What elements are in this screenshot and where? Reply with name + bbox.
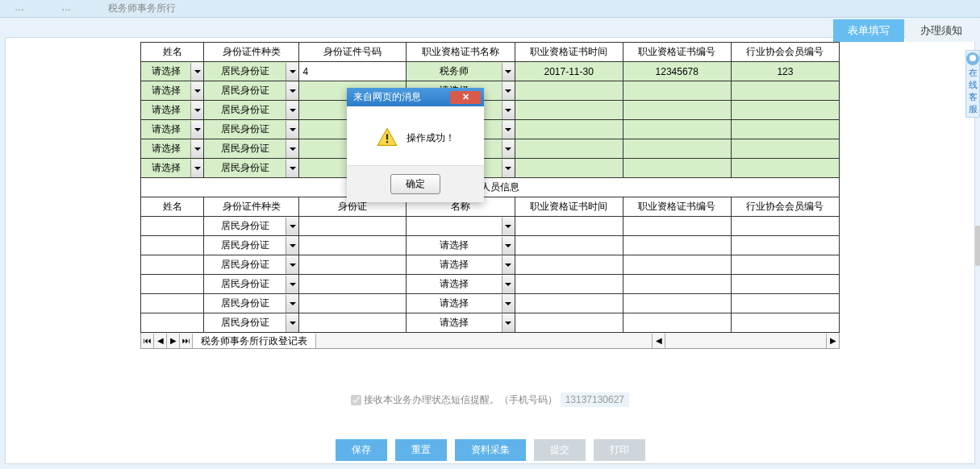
th-cert-no: 职业资格证书编号: [623, 43, 731, 62]
table-row: 居民身份证 请选择: [141, 275, 840, 294]
collect-button[interactable]: 资料采集: [455, 439, 526, 461]
top-tab-1[interactable]: …: [8, 0, 31, 17]
cert-time-cell[interactable]: 2017-11-30: [515, 62, 623, 81]
action-bar: 保存 重置 资料采集 提交 打印: [6, 439, 974, 461]
top-tab-3[interactable]: 税务师事务所行: [102, 0, 182, 17]
dropdown-icon[interactable]: [286, 237, 298, 255]
dropdown-icon[interactable]: [286, 295, 298, 313]
section-2-title: 资格人员信息: [141, 178, 840, 197]
dropdown-icon[interactable]: [286, 121, 298, 139]
dropdown-icon[interactable]: [286, 140, 298, 158]
section-2-title-row: 资格人员信息: [141, 178, 840, 197]
dropdown-icon[interactable]: [286, 102, 298, 119]
dropdown-icon[interactable]: [286, 63, 298, 81]
sms-phone[interactable]: 13137130627: [561, 392, 629, 407]
certname-select: 税务师: [407, 63, 501, 80]
dropdown-icon[interactable]: [286, 314, 298, 332]
close-icon[interactable]: ✕: [450, 91, 481, 104]
dropdown-icon[interactable]: [190, 102, 203, 119]
scrollbar-thumb[interactable]: [975, 226, 980, 266]
id-no-cell[interactable]: 4: [299, 62, 407, 81]
svg-rect-1: [386, 141, 388, 143]
sms-row: 接收本业务办理状态短信提醒。（手机号码） 13137130627: [6, 393, 974, 407]
print-button: 打印: [594, 439, 645, 461]
table-row: 居民身份证 请选择: [141, 294, 840, 313]
th-cert-name: 职业资格证书名称: [407, 43, 515, 62]
agent-icon: [966, 52, 979, 65]
dropdown-icon[interactable]: [286, 256, 298, 274]
th-id-type: 身份证件种类: [204, 43, 299, 62]
tab-form-fill[interactable]: 表单填写: [833, 19, 904, 42]
table-row: 居民身份证 请选择: [141, 313, 840, 333]
dropdown-icon[interactable]: [502, 256, 515, 274]
dropdown-icon[interactable]: [502, 237, 515, 255]
th-name: 姓名: [141, 43, 204, 62]
top-tab-2[interactable]: …: [55, 0, 77, 17]
table-row: 请选择 居民身份证: [141, 139, 840, 159]
table-row: 请选择 居民身份证 4 税务师 2017-11-30 12345678 123: [141, 62, 840, 81]
reset-button[interactable]: 重置: [395, 439, 447, 461]
tab-notice[interactable]: 办理须知: [906, 19, 977, 42]
dialog-title: 来自网页的消息: [353, 90, 421, 104]
table-row: 请选择 居民身份证: [141, 159, 840, 178]
nav-next-icon[interactable]: ▶: [167, 334, 180, 348]
sheet-nav: ⏮ ◀ ▶ ⏭ 税务师事务所行政登记表 ◀ ▶: [140, 333, 840, 349]
nav-prev-icon[interactable]: ◀: [154, 334, 167, 348]
dropdown-icon[interactable]: [190, 82, 203, 100]
nav-last-icon[interactable]: ⏭: [180, 334, 193, 348]
name-select: 请选择: [141, 63, 190, 80]
dropdown-icon[interactable]: [190, 63, 203, 81]
dropdown-icon[interactable]: [286, 82, 298, 100]
svg-rect-0: [386, 134, 388, 139]
dropdown-icon[interactable]: [502, 295, 515, 313]
ok-button[interactable]: 确定: [390, 174, 440, 194]
table-1: 姓名 身份证件种类 身份证件号码 职业资格证书名称 职业资格证书时间 职业资格证…: [140, 42, 840, 333]
table-row: 请选择 居民身份证: [141, 120, 840, 139]
sheet-tab[interactable]: 税务师事务所行政登记表: [193, 334, 316, 348]
sms-label: 接收本业务办理状态短信提醒。（手机号码）: [364, 394, 557, 405]
idtype-select: 居民身份证: [204, 63, 286, 80]
dropdown-icon[interactable]: [502, 82, 515, 100]
cert-no-cell[interactable]: 12345678: [623, 62, 731, 81]
dropdown-icon[interactable]: [502, 121, 515, 139]
save-button[interactable]: 保存: [336, 439, 387, 461]
alert-dialog: 来自网页的消息 ✕ 操作成功！ 确定: [347, 88, 484, 202]
dropdown-icon[interactable]: [286, 276, 298, 293]
online-service-widget[interactable]: 在线 客服: [965, 50, 980, 118]
th-id-no: 身份证件号码: [299, 43, 407, 62]
table-row: 请选择 居民身份证 请选择: [141, 81, 840, 101]
dropdown-icon[interactable]: [502, 140, 515, 158]
dialog-message: 操作成功！: [407, 131, 455, 145]
dropdown-icon[interactable]: [190, 160, 203, 177]
th-cert-time: 职业资格证书时间: [515, 43, 623, 62]
dropdown-icon[interactable]: [502, 102, 515, 119]
scroll-right-icon[interactable]: ▶: [826, 334, 839, 348]
member-no-cell[interactable]: 123: [731, 62, 839, 81]
dropdown-icon[interactable]: [190, 121, 203, 139]
table-1-header: 姓名 身份证件种类 身份证件号码 职业资格证书名称 职业资格证书时间 职业资格证…: [141, 43, 840, 62]
dropdown-icon[interactable]: [286, 218, 298, 235]
th-member-no: 行业协会会员编号: [731, 43, 839, 62]
table-2-header: 姓名 身份证件种类 身份证 名称 职业资格证书时间 职业资格证书编号 行业协会会…: [141, 197, 840, 217]
dropdown-icon[interactable]: [502, 314, 515, 332]
table-row: 居民身份证: [141, 217, 840, 236]
sms-checkbox[interactable]: [351, 395, 361, 405]
dropdown-icon[interactable]: [502, 276, 515, 293]
table-row: 居民身份证 请选择: [141, 236, 840, 255]
top-tab-bar: … … 税务师事务所行: [0, 0, 980, 18]
dropdown-icon[interactable]: [190, 140, 203, 158]
table-row: 居民身份证 请选择: [141, 255, 840, 275]
main-panel: 姓名 身份证件种类 身份证件号码 职业资格证书名称 职业资格证书时间 职业资格证…: [5, 37, 975, 464]
dropdown-icon[interactable]: [502, 63, 515, 81]
nav-first-icon[interactable]: ⏮: [141, 334, 154, 348]
warning-icon: [376, 127, 398, 149]
submit-button: 提交: [534, 439, 586, 461]
dropdown-icon[interactable]: [502, 160, 515, 177]
dropdown-icon[interactable]: [286, 160, 298, 177]
form-tabs: 表单填写 办理须知: [833, 19, 977, 42]
scroll-left-icon[interactable]: ◀: [652, 334, 665, 348]
table-row: 请选择 居民身份证: [141, 101, 840, 120]
dropdown-icon[interactable]: [502, 218, 515, 235]
